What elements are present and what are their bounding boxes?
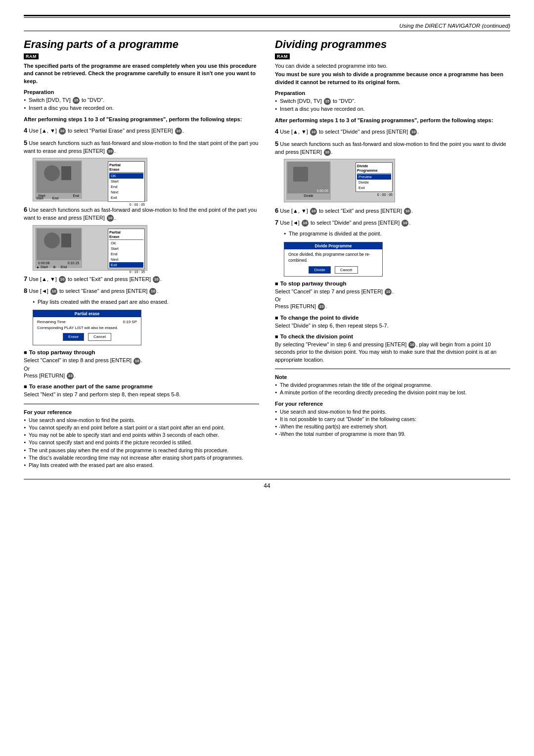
right-prep-bullet-2: Insert a disc you have recorded on. xyxy=(275,105,510,113)
bottom-labels-2: ▲ Start ⊕ End xyxy=(36,265,67,269)
menu-ok-2: OK xyxy=(109,240,143,246)
left-step-4-num: 4 xyxy=(24,127,27,134)
right-or-text: Or xyxy=(275,296,510,302)
left-for-ref-list: Use search and slow-motion to find the p… xyxy=(24,417,259,470)
menu-ok-1: OK xyxy=(109,173,143,179)
circle-10f: 10 xyxy=(153,276,160,283)
two-col-layout: Erasing parts of a programme RAM The spe… xyxy=(24,38,510,469)
divide-dialog-buttons: Divide Cancel xyxy=(288,266,378,274)
circle-10-r6b: 10 xyxy=(404,208,411,215)
menu-next-2: Next xyxy=(109,257,143,262)
left-to-erase-head: To erase another part of the same progra… xyxy=(24,383,259,389)
right-note-list: The divided programmes retain the title … xyxy=(275,381,510,396)
right-press-return: Press [RETURN] 23. xyxy=(275,303,510,310)
right-ref-4: -When the total number of programme is m… xyxy=(275,430,510,438)
partial-dialog-body: Remaining Time 0:19 SP Corresponding PLA… xyxy=(33,317,141,345)
circle-10c: 10 xyxy=(107,148,114,155)
left-column: Erasing parts of a programme RAM The spe… xyxy=(24,38,259,469)
partial-erase-dialog: Partial erase Remaining Time 0:19 SP Cor… xyxy=(33,310,141,345)
top-rule xyxy=(24,15,510,18)
left-press-return: Press [RETURN] 23. xyxy=(24,372,259,379)
bottom-end-1: End xyxy=(52,196,58,200)
divide-btn[interactable]: Divide xyxy=(309,266,330,274)
menu-box-1: PartialErase OK Start End Next Exit xyxy=(108,161,145,202)
page-number: 44 xyxy=(24,479,510,489)
circle-23a: 23 xyxy=(67,373,74,379)
left-prep-bullet-1: Switch [DVD, TV] 15 to "DVD". xyxy=(24,96,259,104)
left-step-8-num: 8 xyxy=(24,287,27,294)
bottom-start-2: ▲ Start xyxy=(36,265,48,269)
left-divider xyxy=(24,404,259,404)
left-to-erase-text: Select "Next" in step 7 and perform step… xyxy=(24,391,259,398)
left-ref-3: You may not be able to specify start and… xyxy=(24,431,259,439)
right-for-ref-heading: For your reference xyxy=(275,401,510,407)
divide-dialog-text: Once divided, this programme cannot be r… xyxy=(288,252,378,264)
left-step-8-text: Use [◄] 10 to select "Erase" and press [… xyxy=(29,288,158,294)
bottom-middle-2: ⊕ xyxy=(53,265,56,269)
right-ref-3: -When the resulting part(s) are extremel… xyxy=(275,423,510,430)
right-prep-bullets: Switch [DVD, TV] 15 to "DVD". Insert a d… xyxy=(275,97,510,113)
right-ref-1: Use search and slow-motion to find the p… xyxy=(275,408,510,416)
right-check-division-text: By selecting "Preview" in step 6 and pre… xyxy=(275,341,510,364)
circle-10-r4: 10 xyxy=(310,129,317,136)
left-prep-bullet-2: Insert a disc you have recorded on. xyxy=(24,104,259,112)
divide-menu-area: DivideProgramme Preview Divide Exit 0 : … xyxy=(356,162,393,196)
right-step-5-text: Use search functions such as fast-forwar… xyxy=(275,141,506,155)
left-ref-4: You cannot specify start and end points … xyxy=(24,439,259,446)
circle-10-rs: 10 xyxy=(385,288,392,295)
divide-tv-time: 0:00:05 xyxy=(317,189,328,192)
erase-btn[interactable]: Erase xyxy=(63,333,84,341)
left-bold-intro: The specified parts of the programme are… xyxy=(24,62,259,85)
right-step-4: 4 Use [▲, ▼] 10 to select "Divide" and p… xyxy=(275,127,510,136)
right-note-1: The divided programmes retain the title … xyxy=(275,381,510,389)
left-section-title: Erasing parts of a programme xyxy=(24,38,259,51)
left-after-steps: After performing steps 1 to 3 of "Erasin… xyxy=(24,116,259,123)
divide-dialog-title: Divide Programme xyxy=(284,242,382,249)
left-to-stop-head: To stop partway through xyxy=(24,349,259,355)
left-ref-5: The unit pauses play when the end of the… xyxy=(24,447,259,454)
partial-dialog-buttons: Erase Cancel xyxy=(37,333,137,343)
tv-ball-2 xyxy=(44,233,60,248)
right-prep-heading: Preparation xyxy=(275,90,510,96)
tv-screen-1 xyxy=(37,161,81,193)
step8-bullet-1: Play lists created with the erased part … xyxy=(33,298,259,306)
circle-10d: 10 xyxy=(107,215,114,222)
left-step-5: 5 Use search functions such as fast-forw… xyxy=(24,139,259,155)
circle-10-r7: 10 xyxy=(302,220,309,227)
left-step-4-text: Use [▲, ▼] 10 to select "Partial Erase" … xyxy=(29,128,183,134)
left-ref-6: The disc's available recording time may … xyxy=(24,454,259,462)
circle-10g: 10 xyxy=(50,288,57,295)
tv-figure-2 xyxy=(61,234,71,247)
right-step-5-num: 5 xyxy=(275,140,278,147)
circle-10h: 10 xyxy=(149,288,156,295)
divide-cancel-btn[interactable]: Cancel xyxy=(335,266,358,274)
right-programme-divided: The programme is divided at the point. xyxy=(284,230,510,237)
right-step-6-num: 6 xyxy=(275,207,278,214)
menu-title-1: PartialErase xyxy=(109,163,143,173)
cancel-btn-erase[interactable]: Cancel xyxy=(88,333,111,341)
left-prep-heading: Preparation xyxy=(24,89,259,95)
left-ref-7: Play lists created with the erased part … xyxy=(24,462,259,469)
bottom-labels-1: Start End xyxy=(36,196,58,200)
circle-23b: 23 xyxy=(318,303,325,310)
right-step-6: 6 Use [▲, ▼] 10 to select "Exit" and pre… xyxy=(275,206,510,215)
divide-tv-content xyxy=(293,167,308,182)
right-divider xyxy=(275,369,510,369)
menu-exit-1: Exit xyxy=(109,195,143,200)
menu-area-2: PartialErase OK Start End Next Exit 0 : … xyxy=(108,229,145,274)
corresponding-text: Corresponding PLAY LIST will also be era… xyxy=(37,325,137,331)
left-ref-2: You cannot specify an end point before a… xyxy=(24,424,259,431)
circle-15-right: 15 xyxy=(324,98,331,105)
left-step-6: 6 Use search functions such as fast-forw… xyxy=(24,205,259,222)
right-programme-divided-text: The programme is divided at the point. xyxy=(284,230,510,237)
right-step-7-text: Use [◄] 10 to select "Divide" and press … xyxy=(280,220,410,226)
left-or-text: Or xyxy=(24,366,259,372)
tv-time-row-2: 0:00:08 0:10:15 xyxy=(35,261,82,265)
right-ram-badge: RAM xyxy=(275,53,290,59)
left-ram-badge: RAM xyxy=(24,53,39,59)
circle-10-r6: 10 xyxy=(310,208,317,215)
divide-programme-dialog: Divide Programme Once divided, this prog… xyxy=(284,242,383,277)
menu-start-2: Start xyxy=(109,246,143,251)
tv-area-1: Start End xyxy=(35,160,82,199)
time-2: 0 : 10 : 15 xyxy=(108,270,145,274)
